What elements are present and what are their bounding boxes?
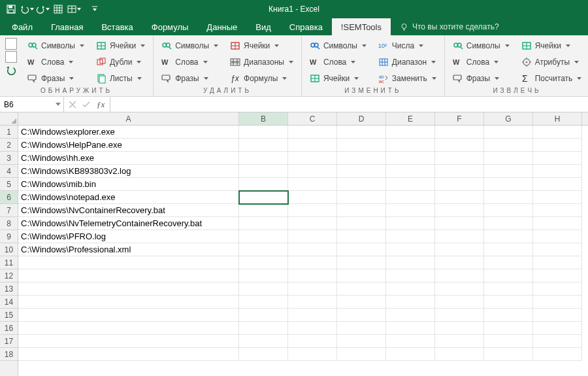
- row-header-14[interactable]: 14: [0, 296, 18, 309]
- cell-B17[interactable]: [239, 335, 288, 348]
- cell-C8[interactable]: [288, 217, 337, 230]
- cell-D4[interactable]: [337, 165, 386, 178]
- cell-A12[interactable]: [18, 269, 239, 282]
- cell-F15[interactable]: [435, 309, 484, 322]
- cell-D7[interactable]: [337, 204, 386, 217]
- cell-H8[interactable]: [533, 217, 582, 230]
- cell-G12[interactable]: [484, 269, 533, 282]
- name-box-input[interactable]: [4, 100, 43, 109]
- cell-H13[interactable]: [533, 282, 582, 296]
- cell-E11[interactable]: [386, 256, 435, 269]
- cell-B1[interactable]: [239, 126, 288, 139]
- ribbon-btn-symbols-ext[interactable]: Символы: [450, 38, 512, 53]
- cell-E7[interactable]: [386, 204, 435, 217]
- cell-F6[interactable]: [435, 191, 484, 204]
- column-header-E[interactable]: E: [386, 112, 435, 125]
- save-button[interactable]: [4, 2, 18, 16]
- cell-H9[interactable]: [533, 230, 582, 243]
- row-header-15[interactable]: 15: [0, 309, 18, 322]
- row-header-6[interactable]: 6: [0, 191, 18, 204]
- cell-B2[interactable]: [239, 139, 288, 152]
- cell-B11[interactable]: [239, 256, 288, 269]
- ribbon-btn-symbols-edit[interactable]: Символы: [307, 38, 369, 53]
- cell-B5[interactable]: [239, 178, 288, 191]
- undo-button-ribbon[interactable]: [5, 64, 17, 76]
- cell-H10[interactable]: [533, 243, 582, 256]
- cell-H15[interactable]: [533, 309, 582, 322]
- checkbox-1[interactable]: [5, 38, 17, 50]
- tab-formulas[interactable]: Формулы: [142, 18, 198, 35]
- cell-B4[interactable]: [239, 165, 288, 178]
- cell-F2[interactable]: [435, 139, 484, 152]
- row-header-9[interactable]: 9: [0, 230, 18, 243]
- cell-H11[interactable]: [533, 256, 582, 269]
- cell-B9[interactable]: [239, 230, 288, 243]
- cell-A4[interactable]: C:\Windows\KB893803v2.log: [18, 165, 239, 178]
- cell-G9[interactable]: [484, 230, 533, 243]
- ribbon-btn-phrases[interactable]: Фразы: [450, 71, 512, 86]
- tab-view[interactable]: Вид: [246, 18, 280, 35]
- cell-A8[interactable]: C:\Windows\NvTelemetryContainerRecovery.…: [18, 217, 239, 230]
- cell-C15[interactable]: [288, 309, 337, 322]
- row-header-10[interactable]: 10: [0, 243, 18, 256]
- cell-E10[interactable]: [386, 243, 435, 256]
- tab-help[interactable]: Справка: [280, 18, 332, 35]
- row-header-1[interactable]: 1: [0, 126, 18, 139]
- cell-C5[interactable]: [288, 178, 337, 191]
- cell-F9[interactable]: [435, 230, 484, 243]
- cell-G3[interactable]: [484, 152, 533, 165]
- cell-H3[interactable]: [533, 152, 582, 165]
- row-header-18[interactable]: 18: [0, 348, 18, 361]
- ribbon-btn-dupes[interactable]: Дубли: [93, 54, 148, 69]
- enter-icon[interactable]: [82, 101, 90, 108]
- cell-D2[interactable]: [337, 139, 386, 152]
- cell-G2[interactable]: [484, 139, 533, 152]
- formula-input[interactable]: [114, 100, 584, 109]
- cell-A6[interactable]: C:\Windows\notepad.exe: [18, 191, 239, 204]
- ribbon-btn-cells-ext[interactable]: Ячейки: [519, 38, 585, 53]
- cell-F3[interactable]: [435, 152, 484, 165]
- column-header-B[interactable]: B: [239, 112, 288, 125]
- cell-C18[interactable]: [288, 348, 337, 361]
- tab-file[interactable]: Файл: [3, 18, 42, 35]
- tell-me-search[interactable]: Что вы хотите сделать?: [391, 18, 508, 35]
- column-header-H[interactable]: H: [533, 112, 582, 125]
- ribbon-btn-sheets[interactable]: Листы: [93, 71, 148, 86]
- cell-C6[interactable]: [288, 191, 337, 204]
- cell-E17[interactable]: [386, 335, 435, 348]
- cell-E16[interactable]: [386, 322, 435, 335]
- cell-E13[interactable]: [386, 282, 435, 296]
- ribbon-btn-cells[interactable]: Ячейки: [93, 38, 148, 53]
- cell-G5[interactable]: [484, 178, 533, 191]
- cell-F5[interactable]: [435, 178, 484, 191]
- select-all-corner[interactable]: [0, 112, 18, 126]
- cell-D6[interactable]: [337, 191, 386, 204]
- cell-G16[interactable]: [484, 322, 533, 335]
- ribbon-btn-replace[interactable]: abacЗаменить: [376, 71, 439, 86]
- cell-H14[interactable]: [533, 296, 582, 309]
- cell-E14[interactable]: [386, 296, 435, 309]
- cell-H16[interactable]: [533, 322, 582, 335]
- row-header-4[interactable]: 4: [0, 165, 18, 178]
- cell-G4[interactable]: [484, 165, 533, 178]
- qat-custom-button-1[interactable]: [51, 2, 65, 16]
- cell-F7[interactable]: [435, 204, 484, 217]
- cell-C16[interactable]: [288, 322, 337, 335]
- row-header-17[interactable]: 17: [0, 335, 18, 348]
- tab-semtools[interactable]: !SEMTools: [332, 18, 391, 35]
- redo-button[interactable]: [35, 2, 50, 16]
- cell-D11[interactable]: [337, 256, 386, 269]
- cell-H6[interactable]: [533, 191, 582, 204]
- ribbon-btn-words[interactable]: WСлова: [159, 54, 221, 69]
- cell-H17[interactable]: [533, 335, 582, 348]
- row-header-2[interactable]: 2: [0, 139, 18, 152]
- cell-D3[interactable]: [337, 152, 386, 165]
- cell-A1[interactable]: C:\Windows\explorer.exe: [18, 126, 239, 139]
- cell-D17[interactable]: [337, 335, 386, 348]
- cell-D9[interactable]: [337, 230, 386, 243]
- tab-data[interactable]: Данные: [197, 18, 246, 35]
- cell-G13[interactable]: [484, 282, 533, 296]
- cell-D5[interactable]: [337, 178, 386, 191]
- cell-C14[interactable]: [288, 296, 337, 309]
- cell-E1[interactable]: [386, 126, 435, 139]
